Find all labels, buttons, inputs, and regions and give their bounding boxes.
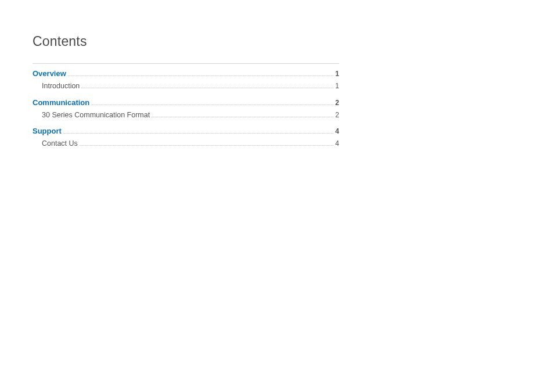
title-divider — [33, 63, 339, 64]
dot-leader — [152, 117, 333, 117]
toc-label: Communication — [33, 97, 89, 109]
contents-page: Contents Overview 1 Introduction 1 Commu… — [0, 0, 372, 150]
dot-leader — [80, 145, 333, 146]
toc-entry-30-series-format[interactable]: 30 Series Communication Format 2 — [33, 109, 339, 121]
toc-label: Introduction — [33, 81, 80, 92]
toc-label: Support — [33, 125, 62, 137]
dot-leader — [63, 133, 333, 134]
table-of-contents: Overview 1 Introduction 1 Communication … — [33, 67, 339, 150]
toc-page-number: 1 — [335, 69, 339, 80]
toc-entry-introduction[interactable]: Introduction 1 — [33, 80, 339, 92]
toc-page-number: 2 — [335, 98, 339, 109]
toc-page-number: 2 — [335, 110, 339, 121]
page-title: Contents — [33, 34, 339, 49]
toc-entry-support[interactable]: Support 4 — [33, 125, 339, 138]
dot-leader — [91, 105, 333, 105]
dot-leader — [81, 88, 333, 88]
toc-label: Overview — [33, 68, 66, 80]
toc-label: 30 Series Communication Format — [33, 110, 150, 121]
toc-page-number: 1 — [335, 81, 339, 92]
toc-entry-contact-us[interactable]: Contact Us 4 — [33, 138, 339, 150]
toc-page-number: 4 — [335, 138, 339, 149]
toc-page-number: 4 — [335, 126, 339, 137]
toc-entry-overview[interactable]: Overview 1 — [33, 67, 339, 80]
dot-leader — [68, 75, 333, 76]
toc-label: Contact Us — [33, 138, 78, 149]
toc-entry-communication[interactable]: Communication 2 — [33, 96, 339, 109]
